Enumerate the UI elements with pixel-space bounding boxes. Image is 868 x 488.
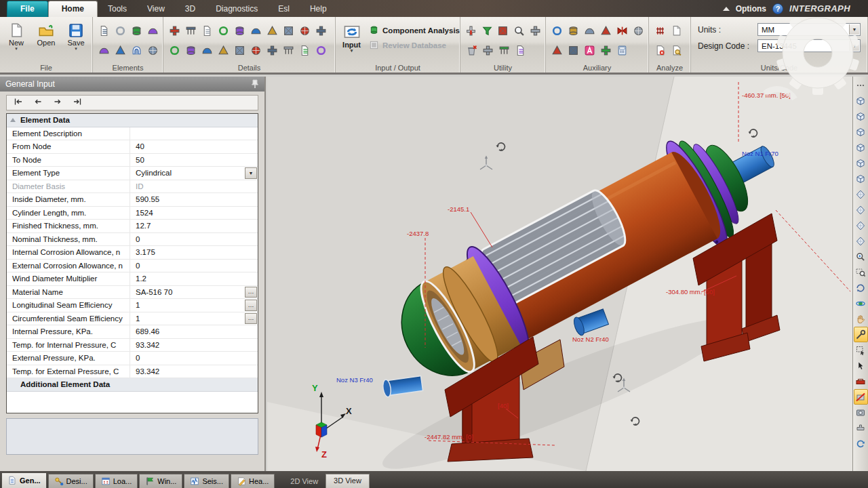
field-value[interactable]: 0: [130, 260, 258, 272]
view-right-button[interactable]: [854, 155, 868, 171]
bottom-tab-desi[interactable]: Desi...: [48, 474, 94, 488]
iso-sw-button[interactable]: [854, 233, 868, 249]
tab-view[interactable]: View: [137, 1, 175, 17]
drum-green-button[interactable]: [496, 41, 512, 59]
nozzle-button[interactable]: [166, 22, 182, 39]
packing-button[interactable]: [231, 22, 248, 39]
select-button[interactable]: [854, 358, 868, 373]
options-button[interactable]: Options: [736, 4, 766, 14]
funnel-green-button[interactable]: [479, 22, 496, 39]
analysis-hash-button[interactable]: [652, 22, 668, 39]
hide-elements-button[interactable]: [854, 389, 868, 405]
snapshot-button[interactable]: [854, 405, 868, 420]
measure-button[interactable]: [854, 327, 868, 342]
stiffening-ring-button[interactable]: [182, 22, 199, 39]
pan-hand-button[interactable]: [854, 311, 868, 327]
more-button[interactable]: [854, 77, 868, 93]
lining-button[interactable]: [280, 22, 296, 39]
valve-red-button[interactable]: [614, 22, 630, 39]
field-value[interactable]: 3.175: [130, 246, 258, 259]
hemispherical-head-button[interactable]: [112, 41, 128, 59]
ellipsis-button[interactable]: …: [245, 313, 257, 325]
drum-black-button[interactable]: [479, 41, 496, 59]
force-button[interactable]: [182, 41, 199, 59]
tab-help[interactable]: Help: [300, 1, 337, 17]
dropdown-caret-icon[interactable]: ▾: [15, 47, 18, 50]
collapse-triangle-icon[interactable]: [10, 118, 16, 122]
open-button[interactable]: Open: [33, 21, 59, 50]
last-record-button[interactable]: [72, 96, 83, 110]
preview-doc-button[interactable]: [668, 41, 684, 59]
field-value[interactable]: 40: [130, 140, 258, 153]
error-doc-button[interactable]: [652, 41, 668, 59]
flat-head-button[interactable]: [128, 41, 144, 59]
zoom-window-button[interactable]: [854, 264, 868, 280]
component-analysis-button[interactable]: Component Analysis: [369, 25, 460, 35]
section-additional-element-data[interactable]: Additional Element Data: [7, 378, 258, 392]
design-code-select[interactable]: EN-13445▼: [757, 39, 861, 52]
orbit-button[interactable]: [854, 296, 868, 311]
opening-button[interactable]: [199, 41, 215, 59]
field-value[interactable]: 93.342: [130, 365, 258, 378]
input-button[interactable]: Input▾: [340, 21, 363, 52]
view-left-button[interactable]: [854, 140, 868, 155]
weld-button[interactable]: [264, 41, 280, 59]
zoom-extents-button[interactable]: [854, 249, 868, 264]
iso-se-button[interactable]: [854, 218, 868, 233]
units-select[interactable]: MM▼: [757, 23, 861, 36]
platform-button[interactable]: [296, 41, 313, 59]
ellipsis-button[interactable]: …: [245, 300, 257, 311]
leg-button[interactable]: [231, 41, 248, 59]
jacket-button[interactable]: [215, 41, 231, 59]
dropdown-caret-icon[interactable]: ▾: [75, 47, 77, 50]
tab-3d[interactable]: 3D: [175, 1, 205, 17]
hill-gray-button[interactable]: [581, 22, 597, 39]
field-value[interactable]: 93.342: [130, 339, 258, 352]
zoom-magnifier-button[interactable]: [511, 22, 528, 39]
flanged-element-button[interactable]: [112, 22, 128, 39]
delete-red-button[interactable]: [463, 41, 479, 59]
basering-button[interactable]: [280, 41, 296, 59]
calculator-button[interactable]: [614, 41, 630, 59]
new-button[interactable]: New▾: [3, 21, 29, 50]
view-iso-button[interactable]: [854, 93, 868, 108]
elliptical-head-button[interactable]: [96, 41, 112, 59]
cylinder-button[interactable]: [96, 22, 112, 39]
notes-button[interactable]: [549, 41, 565, 59]
field-value[interactable]: 1: [130, 299, 258, 312]
list-blue-button[interactable]: [597, 41, 614, 59]
peak-black-button[interactable]: [565, 41, 581, 59]
field-value[interactable]: SA-516 70: [130, 286, 258, 299]
field-value[interactable]: 590.55: [130, 193, 258, 206]
stub-button[interactable]: [313, 41, 329, 59]
field-value[interactable]: 1.2: [130, 272, 258, 285]
tab-home[interactable]: Home: [48, 1, 98, 17]
mesh-sphere-button[interactable]: [144, 22, 161, 39]
sphere-select-button[interactable]: [512, 41, 528, 59]
refresh-view-button[interactable]: [854, 436, 868, 451]
access-a-button[interactable]: [581, 41, 597, 59]
field-value[interactable]: ID: [130, 180, 258, 193]
iso-ne-button[interactable]: [854, 186, 868, 202]
pin-icon[interactable]: [251, 79, 259, 89]
bottom-tab-win[interactable]: Win...: [139, 474, 182, 488]
previous-record-button[interactable]: [33, 96, 43, 110]
tray-button[interactable]: [215, 22, 231, 39]
tab-tools[interactable]: Tools: [98, 1, 137, 17]
saddle-button[interactable]: [166, 41, 182, 59]
bottom-tab-loa[interactable]: Loa...: [95, 474, 138, 488]
select-window-button[interactable]: [854, 342, 868, 358]
liquid-button[interactable]: [248, 22, 264, 39]
dropdown-arrow-icon[interactable]: ▼: [849, 24, 859, 35]
tab-diagnostics[interactable]: Diagnostics: [205, 1, 268, 17]
view-front-button[interactable]: [854, 108, 868, 124]
view-back-button[interactable]: [854, 124, 868, 140]
blank-doc-button[interactable]: [668, 22, 684, 39]
bottom-tab-gen[interactable]: Gen...: [1, 472, 47, 488]
cut-blue-button[interactable]: [527, 22, 543, 39]
first-record-button[interactable]: [13, 96, 24, 110]
clip-button[interactable]: [313, 22, 329, 39]
bracket-button[interactable]: [549, 22, 565, 39]
bottom-tab-seis[interactable]: Seis...: [184, 474, 229, 488]
iso-nw-button[interactable]: [854, 202, 868, 218]
